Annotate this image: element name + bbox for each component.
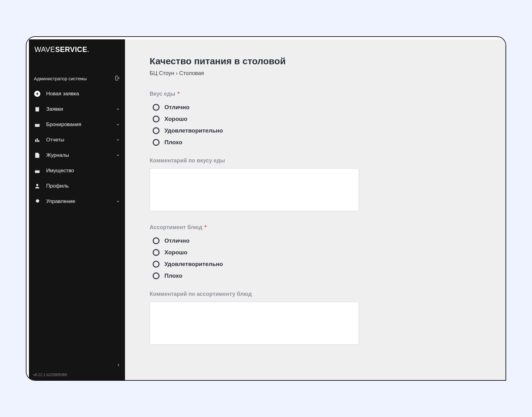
logo-light: WAVE — [34, 46, 55, 54]
app-frame: WAVESERVICE. Администратор системы + Нов… — [26, 36, 506, 381]
nav-requests[interactable]: Заявки — [29, 101, 125, 117]
q2-radio-group: Отлично Хорошо Удовлетворительно Плохо — [150, 235, 487, 282]
nav-new-request[interactable]: + Новая заявка — [29, 86, 125, 101]
clipboard-icon — [34, 106, 41, 113]
logo: WAVESERVICE. — [29, 39, 125, 72]
breadcrumb: БЦ Стоун › Столовая — [150, 70, 487, 77]
nav: + Новая заявка Заявки Бронирования — [29, 86, 125, 209]
nav-profile[interactable]: Профиль — [29, 178, 125, 194]
radio-icon — [153, 261, 159, 268]
logo-dot: . — [87, 46, 89, 54]
radio-icon — [153, 104, 159, 111]
required-mark: * — [203, 224, 207, 230]
user-row: Администратор системы — [29, 72, 125, 86]
chevron-down-icon — [116, 122, 120, 127]
chevron-down-icon — [116, 153, 120, 157]
gear-icon — [34, 198, 41, 205]
radio-label: Хорошо — [164, 116, 187, 122]
q2-option-0[interactable]: Отлично — [150, 235, 487, 247]
logo-bold: SERVICE — [55, 46, 87, 54]
logout-icon — [115, 75, 120, 81]
q2-label: Ассортимент блюд * — [150, 224, 487, 231]
svg-rect-6 — [38, 140, 39, 142]
q2-comment-label: Комментарий по ассортименту блюд — [150, 291, 487, 297]
svg-point-9 — [36, 184, 38, 186]
radio-icon — [153, 237, 159, 244]
svg-rect-4 — [35, 139, 36, 142]
q1-option-1[interactable]: Хорошо — [150, 113, 487, 125]
q1-comment-label: Комментарий по вкусу еды — [150, 157, 487, 164]
page-title: Качество питания в столовой — [150, 56, 487, 66]
radio-label: Отлично — [164, 104, 190, 111]
nav-label: Отчеты — [46, 137, 116, 143]
q1-label-text: Вкус еды — [150, 91, 175, 97]
radio-icon — [153, 272, 159, 279]
q1-comment-input[interactable] — [150, 168, 359, 211]
nav-admin[interactable]: Управление — [29, 194, 125, 209]
main-content: Качество питания в столовой БЦ Стоун › С… — [125, 39, 506, 380]
nav-label: Журналы — [46, 152, 116, 158]
radio-label: Удовлетворительно — [164, 127, 223, 134]
svg-rect-8 — [35, 169, 40, 170]
chart-icon — [34, 137, 41, 143]
nav-label: Бронирования — [46, 121, 116, 128]
chevron-down-icon — [116, 107, 120, 111]
svg-rect-5 — [37, 138, 38, 142]
calendar-icon — [34, 121, 41, 128]
radio-label: Удовлетворительно — [164, 261, 223, 268]
nav-label: Новая заявка — [46, 91, 120, 97]
nav-label: Имущество — [46, 168, 120, 174]
nav-journals[interactable]: Журналы — [29, 148, 125, 163]
nav-reports[interactable]: Отчеты — [29, 132, 125, 148]
nav-label: Заявки — [46, 106, 116, 112]
person-icon — [34, 183, 41, 189]
nav-assets[interactable]: Имущество — [29, 163, 125, 178]
document-icon — [34, 152, 41, 159]
nav-booking[interactable]: Бронирования — [29, 117, 125, 132]
q2-comment-input[interactable] — [150, 302, 359, 345]
q2-option-2[interactable]: Удовлетворительно — [150, 258, 487, 270]
q2-option-1[interactable]: Хорошо — [150, 247, 487, 258]
required-mark: * — [176, 91, 179, 97]
nav-label: Профиль — [46, 183, 120, 189]
radio-icon — [153, 139, 159, 146]
radio-label: Отлично — [164, 237, 190, 244]
svg-rect-0 — [35, 107, 39, 112]
q1-option-0[interactable]: Отлично — [150, 101, 487, 113]
box-icon — [34, 167, 41, 174]
q1-label: Вкус еды * — [150, 91, 487, 97]
version-text: v6.22.1 b220905369 — [33, 373, 67, 377]
nav-label: Управление — [46, 198, 116, 205]
svg-rect-1 — [37, 106, 38, 107]
radio-icon — [153, 127, 159, 134]
plus-circle-icon: + — [34, 90, 41, 97]
collapse-sidebar-button[interactable] — [116, 363, 121, 367]
radio-label: Хорошо — [164, 249, 187, 256]
chevron-down-icon — [116, 138, 120, 142]
q2-option-3[interactable]: Плохо — [150, 270, 487, 282]
radio-icon — [153, 249, 159, 256]
radio-label: Плохо — [164, 139, 182, 146]
radio-label: Плохо — [164, 272, 182, 279]
q1-radio-group: Отлично Хорошо Удовлетворительно Плохо — [150, 101, 487, 148]
q1-option-2[interactable]: Удовлетворительно — [150, 125, 487, 137]
q2-label-text: Ассортимент блюд — [150, 224, 202, 230]
sidebar: WAVESERVICE. Администратор системы + Нов… — [29, 39, 125, 380]
radio-icon — [153, 116, 159, 122]
logout-button[interactable] — [115, 75, 120, 82]
svg-rect-3 — [35, 123, 40, 124]
user-role: Администратор системы — [34, 76, 87, 81]
chevron-down-icon — [116, 199, 120, 204]
outer-card: WAVESERVICE. Администратор системы + Нов… — [6, 6, 526, 411]
q1-option-3[interactable]: Плохо — [150, 137, 487, 148]
